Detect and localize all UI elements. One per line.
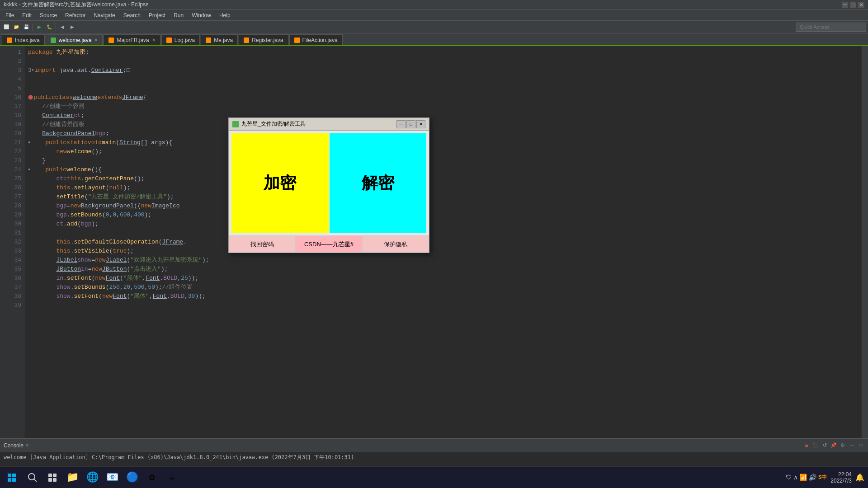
toolbar-open[interactable]: 📁: [12, 23, 21, 32]
tab-log-java[interactable]: Log.java: [161, 34, 200, 45]
code-line-19: //创建背景面板: [28, 120, 858, 129]
vertical-scrollbar[interactable]: [862, 46, 868, 438]
taskbar-task-view-icon[interactable]: [43, 469, 61, 487]
dialog-minimize-btn[interactable]: ─: [396, 120, 406, 128]
line-num-29: 29: [6, 211, 24, 220]
line-num-39: 39: [6, 301, 24, 310]
decrypt-panel[interactable]: 解密: [330, 133, 427, 233]
tab-majorfr-java[interactable]: MajorFR.java ✕: [104, 34, 160, 45]
tab-close-majorfr[interactable]: ✕: [152, 38, 156, 42]
code-line-21: ⦁ public static void main(String[] args)…: [28, 138, 858, 147]
menu-help[interactable]: Help: [216, 11, 234, 19]
dialog-title-bar[interactable]: 九芒星_文件加密/解密工具 ─ □ ✕: [229, 118, 429, 131]
tab-index-java[interactable]: Index.java: [2, 34, 45, 45]
task-view-icon: [47, 473, 57, 483]
system-tray-icons: 🛡 ∧ 📶 🔊 S中: [786, 474, 827, 481]
menu-source[interactable]: Source: [36, 11, 61, 19]
system-clock[interactable]: 22:04 2022/7/3: [830, 471, 852, 484]
menu-edit[interactable]: Edit: [19, 11, 35, 19]
menu-file[interactable]: File: [2, 11, 18, 19]
tray-shield-icon[interactable]: 🛡: [786, 474, 792, 481]
taskbar-settings-icon[interactable]: ⚙: [143, 469, 161, 487]
toolbar-new[interactable]: ⬜: [2, 23, 11, 32]
maximize-button[interactable]: □: [850, 2, 856, 8]
toolbar-run[interactable]: ▶: [35, 23, 44, 32]
console-stop-btn[interactable]: ⬛: [812, 442, 819, 449]
java-icon: ☕: [169, 471, 175, 483]
line-num-32: 32: [6, 238, 24, 247]
protect-privacy-btn[interactable]: 保护隐私: [363, 236, 429, 253]
dialog-close-btn[interactable]: ✕: [416, 120, 425, 128]
svg-rect-8: [48, 478, 52, 482]
console-settings-btn[interactable]: ⚙: [839, 442, 846, 449]
line-num-21: 21: [6, 138, 24, 147]
tab-close-welcome[interactable]: ✕: [94, 38, 98, 42]
console-label: Console: [4, 442, 24, 449]
console-tab[interactable]: Console ✕: [4, 442, 29, 449]
window-controls[interactable]: ─ □ ✕: [842, 2, 864, 8]
tray-network-icon[interactable]: 📶: [799, 474, 807, 481]
taskbar-edge-icon[interactable]: 🌐: [83, 469, 101, 487]
menu-run[interactable]: Run: [170, 11, 187, 19]
console-pin-btn[interactable]: 📌: [830, 442, 837, 449]
taskbar-right: 🛡 ∧ 📶 🔊 S中 22:04 2022/7/3 🔔: [786, 471, 864, 484]
encryption-dialog[interactable]: 九芒星_文件加密/解密工具 ─ □ ✕ 加密 解密 找回密码 CSDN——九芒星…: [228, 117, 429, 253]
minimize-button[interactable]: ─: [842, 2, 848, 8]
tab-me-java[interactable]: Me.java: [201, 34, 238, 45]
taskbar-pinned-apps: 📁 🌐 📧 🔵 ⚙ ☕: [24, 469, 181, 487]
toolbar-forward[interactable]: ▶: [68, 23, 77, 32]
start-button[interactable]: [4, 469, 20, 486]
console-minimize-btn[interactable]: ─: [848, 442, 855, 449]
code-line-33: this.setVisible(true);: [28, 247, 858, 256]
quick-access-input[interactable]: [796, 23, 866, 32]
line-num-36: 36: [6, 274, 24, 283]
line-num-5: 5: [6, 84, 24, 93]
menu-search[interactable]: Search: [120, 11, 144, 19]
notification-icon[interactable]: 🔔: [855, 473, 864, 482]
code-line-35: JButton in=new JButton("点击进入");: [28, 265, 858, 274]
line-num-19: 19: [6, 120, 24, 129]
console-maximize-btn[interactable]: □: [857, 442, 864, 449]
menu-project[interactable]: Project: [145, 11, 169, 19]
close-button[interactable]: ✕: [858, 2, 864, 8]
console-bar: Console ✕ ■ ⬛ ↺ 📌 ⚙ ─ □: [0, 438, 868, 452]
tab-icon-welcome: [51, 38, 56, 43]
dialog-maximize-btn[interactable]: □: [406, 120, 415, 128]
toolbar-debug[interactable]: 🐛: [45, 23, 54, 32]
code-line-32: this.setDefaultCloseOperation(JFrame.: [28, 238, 858, 247]
clock-date: 2022/7/3: [830, 478, 852, 484]
menu-window[interactable]: Window: [188, 11, 215, 19]
toolbar-back[interactable]: ◀: [58, 23, 67, 32]
line-num-20: 20: [6, 129, 24, 138]
menu-navigate[interactable]: Navigate: [90, 11, 118, 19]
tab-register-java[interactable]: Register.java: [239, 34, 288, 45]
code-line-16: ⬤public class welcome extends JFrame{: [28, 93, 858, 102]
svg-line-5: [34, 479, 37, 482]
tab-welcome-java[interactable]: welcome.java ✕: [46, 34, 103, 45]
csdn-btn[interactable]: CSDN——九芒星#: [295, 236, 362, 253]
code-editor[interactable]: package 九芒星加密; 3⦁import java.awt.Contain…: [24, 46, 862, 438]
windows-logo-icon: [7, 473, 16, 482]
code-line-38: show.setFont(new Font("黑体",Font.BOLD,30)…: [28, 292, 858, 301]
line-num-4: 4: [6, 75, 24, 84]
taskbar-search-icon[interactable]: [24, 469, 42, 487]
tray-volume-icon[interactable]: 🔊: [809, 474, 816, 481]
code-line-17: //创建一个容器: [28, 102, 858, 111]
console-rerun-btn[interactable]: ↺: [821, 442, 828, 449]
tab-fileaction-java[interactable]: FileAction.java: [289, 34, 343, 45]
tray-up-icon[interactable]: ∧: [794, 474, 797, 481]
console-close-icon[interactable]: ✕: [25, 443, 29, 448]
taskbar-java-icon[interactable]: ☕: [163, 469, 181, 487]
menu-refactor[interactable]: Refactor: [61, 11, 89, 19]
console-clear-btn[interactable]: ■: [803, 442, 810, 449]
tab-icon-register: [244, 38, 249, 43]
toolbar-save[interactable]: 💾: [22, 23, 31, 32]
line-num-17: 17: [6, 102, 24, 111]
taskbar-mail-icon[interactable]: 📧: [103, 469, 121, 487]
taskbar-browser-icon[interactable]: 🔵: [123, 469, 141, 487]
recover-password-btn[interactable]: 找回密码: [229, 236, 295, 253]
tray-input-icon[interactable]: S中: [818, 474, 827, 481]
encrypt-panel[interactable]: 加密: [231, 133, 329, 233]
line-num-26: 26: [6, 183, 24, 192]
taskbar-file-explorer-icon[interactable]: 📁: [63, 469, 81, 487]
